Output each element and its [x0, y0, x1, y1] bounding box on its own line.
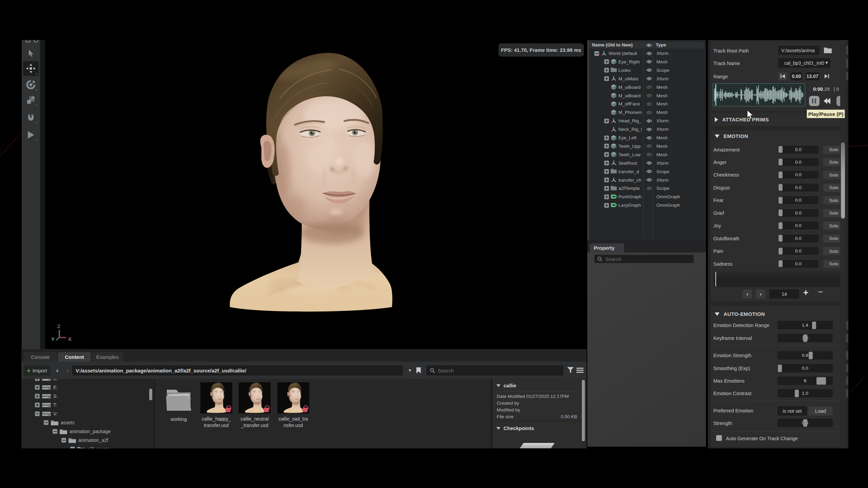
tree-scrollbar[interactable]	[149, 389, 152, 400]
visibility-eye-icon[interactable]	[645, 49, 653, 58]
emotion-slider[interactable]: 0.0	[778, 196, 818, 204]
scale-tool-button[interactable]	[23, 93, 39, 107]
play-tool-button[interactable]	[23, 127, 39, 142]
slider-handle[interactable]	[816, 377, 826, 385]
visibility-eye-icon[interactable]	[645, 125, 653, 134]
emotion-slider[interactable]: 0.0	[778, 146, 818, 154]
content-tree-row[interactable]: V:	[21, 409, 58, 418]
slider-handle[interactable]	[778, 146, 783, 153]
emotion-slider[interactable]: 0.0	[778, 209, 818, 217]
stage-tree-row[interactable]: a2fTempla Scope	[589, 184, 706, 192]
emotion-slider[interactable]: 0.0	[778, 184, 818, 191]
emotion-slider[interactable]: 0.0	[778, 222, 818, 229]
expander-icon[interactable]	[604, 76, 609, 81]
stage-tree-row[interactable]: transfer_d Scope	[589, 167, 706, 176]
back-button[interactable]: ‹	[53, 365, 61, 375]
content-browser-tab[interactable]: Examples	[92, 352, 123, 362]
emotion-slider[interactable]: 0.0	[778, 171, 818, 179]
content-tree-row[interactable]: E:	[21, 383, 58, 392]
load-button[interactable]: Load	[808, 406, 833, 415]
frame-number-field[interactable]: 14	[769, 289, 799, 299]
info-scrollbar[interactable]	[582, 380, 585, 441]
expander-icon[interactable]	[604, 186, 609, 191]
next-frame-button[interactable]: ›	[756, 289, 765, 299]
rotate-tool-button[interactable]	[23, 77, 39, 92]
stage-tree-row[interactable]: PushGraph OmniGra	[589, 192, 706, 201]
visibility-eye-icon[interactable]	[645, 66, 653, 75]
keyframe-strip[interactable]	[713, 271, 840, 287]
slider-handle[interactable]	[778, 171, 783, 178]
rewind-button[interactable]	[824, 98, 832, 104]
expander-icon[interactable]	[53, 429, 57, 434]
visibility-eye-icon[interactable]	[645, 117, 653, 125]
visibility-eye-icon[interactable]	[645, 176, 653, 184]
slider-handle[interactable]	[778, 222, 783, 229]
bookmark-icon[interactable]	[416, 367, 421, 375]
expander-icon[interactable]	[604, 68, 609, 73]
checkpoints-header[interactable]: Checkpoints	[493, 422, 581, 434]
stage-tree-row[interactable]: M_offFace Mesh	[589, 100, 706, 108]
emotion-slider[interactable]: 0.0	[778, 260, 818, 268]
slider-handle[interactable]	[778, 197, 783, 204]
slider-handle[interactable]	[803, 334, 807, 342]
expander-icon[interactable]	[35, 403, 40, 407]
remove-keyframe-button[interactable]: −	[818, 287, 823, 297]
stage-type-column-header[interactable]: Type	[656, 42, 666, 47]
range-end-field[interactable]: 13.07	[806, 72, 819, 80]
expander-icon[interactable]	[604, 144, 609, 148]
prev-frame-button[interactable]: ‹	[743, 289, 752, 299]
stage-name-column-header[interactable]: Name (Old to New)	[592, 42, 633, 47]
stage-tree-row[interactable]: World (default Xf	[589, 49, 706, 58]
dropdown-arrow-icon[interactable]: ▼	[825, 60, 829, 65]
stage-tree-row[interactable]: SkelRoot Xform	[589, 159, 706, 167]
auto-emotion-header[interactable]: AUTO-EMOTION	[715, 311, 765, 317]
content-tree-row[interactable]: assets	[21, 418, 74, 427]
setting-slider[interactable]: 6	[777, 377, 833, 385]
play-pause-button[interactable]	[809, 96, 820, 106]
expander-icon[interactable]	[604, 161, 609, 165]
property-search-field[interactable]: Search	[594, 255, 694, 263]
import-button[interactable]: + Import	[24, 365, 51, 375]
setting-slider[interactable]: 1.0	[777, 389, 833, 398]
expander-icon[interactable]	[61, 438, 66, 443]
file-cell-usd[interactable]: callie_happy_ transfer.usd	[198, 382, 235, 429]
browse-folder-icon[interactable]	[824, 47, 832, 53]
visibility-eye-icon[interactable]	[645, 167, 653, 176]
snap-tool-button[interactable]	[23, 110, 39, 125]
emotion-slider[interactable]: 0.0	[778, 247, 818, 255]
stage-tree-row[interactable]: M_uiBoard Mesh	[589, 92, 706, 100]
content-tree-row[interactable]: a2f_source	[21, 445, 111, 448]
setting-slider[interactable]: 1.0	[777, 334, 833, 342]
stage-tree-row[interactable]: LazyGraph OmniGra	[589, 201, 706, 209]
visibility-eye-icon[interactable]	[645, 201, 653, 209]
slider-handle[interactable]	[778, 159, 783, 165]
slider-handle[interactable]	[809, 352, 813, 359]
preferred-emotion-field[interactable]: is not set	[777, 406, 807, 415]
slider-handle[interactable]	[778, 260, 783, 267]
slider-handle[interactable]	[778, 235, 783, 242]
character-head-model[interactable]	[217, 47, 407, 319]
visibility-eye-icon[interactable]	[645, 83, 653, 92]
expander-icon[interactable]	[35, 394, 40, 399]
visibility-eye-icon[interactable]	[645, 192, 653, 201]
expander-icon[interactable]	[604, 119, 609, 123]
expander-icon[interactable]	[70, 447, 75, 448]
viewport-3d[interactable]: FPS: 41.70, Frame time: 23.98 ms Z Y X	[45, 40, 587, 348]
file-cell-folder[interactable]: working	[160, 382, 197, 423]
attached-prims-header[interactable]: ATTACHED PRIMS	[715, 117, 769, 122]
a2f-scrollbar-thumb[interactable]	[841, 142, 845, 219]
content-tree-row[interactable]: animation_package	[21, 427, 111, 436]
strength-slider[interactable]: 0.5	[777, 419, 833, 427]
expander-icon[interactable]	[604, 195, 609, 199]
visibility-eye-icon[interactable]	[645, 150, 653, 159]
slider-handle[interactable]	[778, 209, 783, 216]
stage-tree-row[interactable]: Neck_Rig_l Xform	[589, 125, 706, 134]
stage-tree-row[interactable]: Eye_Left Mesh	[589, 134, 706, 142]
emotion-slider[interactable]: 0.0	[778, 158, 818, 166]
setting-slider[interactable]: 0.6	[777, 351, 833, 360]
expander-icon[interactable]	[44, 420, 48, 425]
expander-icon[interactable]	[604, 136, 609, 140]
track-name-dropdown[interactable]: cal_bp3_ch01_int0	[778, 58, 830, 68]
slider-handle[interactable]	[803, 419, 807, 427]
visibility-eye-icon[interactable]	[645, 184, 653, 192]
